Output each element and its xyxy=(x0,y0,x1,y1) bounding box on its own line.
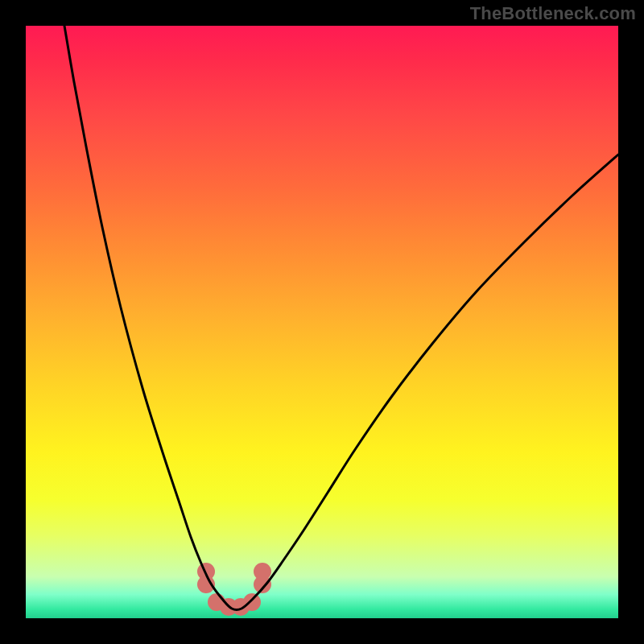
plot-area xyxy=(26,26,618,618)
marker-cluster xyxy=(197,563,271,616)
watermark-text: TheBottleneck.com xyxy=(470,3,636,24)
chart-frame: TheBottleneck.com xyxy=(0,0,644,644)
marker-dot xyxy=(254,563,271,580)
v-curve xyxy=(64,26,618,610)
curve-layer xyxy=(26,26,618,618)
marker-dot xyxy=(243,593,261,611)
